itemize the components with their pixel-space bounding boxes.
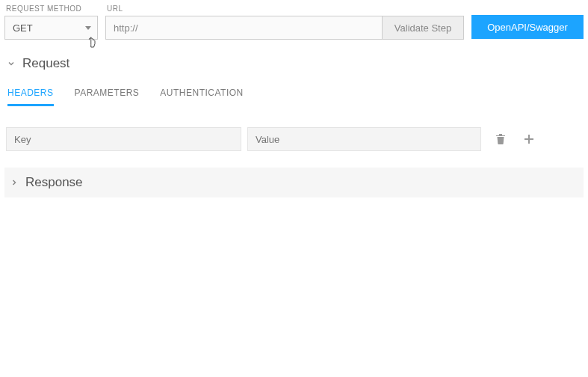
validate-step-button[interactable]: Validate Step xyxy=(382,16,464,40)
chevron-down-icon xyxy=(6,58,16,69)
chevron-right-icon xyxy=(9,177,19,188)
url-input[interactable] xyxy=(105,16,382,40)
trash-icon[interactable] xyxy=(492,130,510,148)
cursor-icon xyxy=(87,36,99,49)
header-key-input[interactable] xyxy=(6,127,241,151)
response-section-title: Response xyxy=(25,175,83,190)
request-method-select[interactable]: GET xyxy=(4,16,98,40)
tab-authentication[interactable]: AUTHENTICATION xyxy=(160,88,243,106)
openapi-swagger-button[interactable]: OpenAPI/Swagger xyxy=(471,15,584,39)
request-method-label: REQUEST METHOD xyxy=(4,4,98,13)
url-label: URL xyxy=(105,4,464,13)
request-section-title: Request xyxy=(22,56,69,71)
header-row xyxy=(4,127,584,151)
plus-icon[interactable] xyxy=(520,130,538,148)
request-section-toggle[interactable]: Request xyxy=(4,53,584,74)
header-value-input[interactable] xyxy=(247,127,481,151)
tab-headers[interactable]: HEADERS xyxy=(7,88,54,106)
request-tabs: HEADERS PARAMETERS AUTHENTICATION xyxy=(4,88,584,106)
request-method-value: GET xyxy=(13,22,33,34)
tab-parameters[interactable]: PARAMETERS xyxy=(75,88,140,106)
response-section-toggle[interactable]: Response xyxy=(4,168,584,197)
